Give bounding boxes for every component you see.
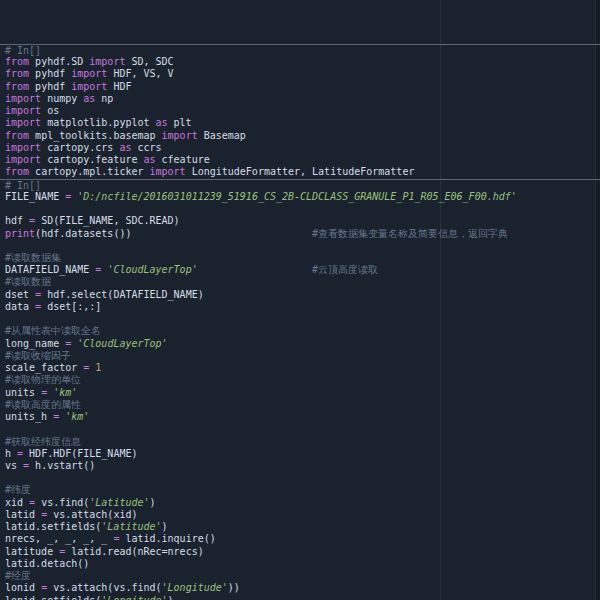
- code-token: units: [5, 387, 41, 398]
- code-token: import: [5, 105, 41, 116]
- code-line: [0, 423, 600, 435]
- code-token: )): [228, 582, 240, 593]
- code-token: from: [5, 81, 29, 92]
- code-line: FILE_NAME = 'D:/ncfile/2016031011239_519…: [0, 191, 600, 203]
- code-token: cartopy.feature: [41, 154, 143, 165]
- code-token: #读取高度的属性: [5, 399, 81, 410]
- code-token: #读取收缩因子: [5, 350, 71, 361]
- code-token: import: [5, 93, 41, 104]
- code-token: vs.attach(vs.find(: [47, 582, 161, 593]
- code-line: scale_factor = 1: [0, 362, 600, 374]
- code-token: # In[]: [5, 45, 41, 56]
- code-token: SD(FILE_NAME, SDC.READ): [35, 215, 180, 226]
- code-token: data: [5, 301, 35, 312]
- code-line: units_h = 'km': [0, 411, 600, 423]
- code-line: latid = vs.attach(xid): [0, 509, 600, 521]
- code-token: latid.read(nRec=nrecs): [65, 546, 203, 557]
- code-line: #读取数据: [0, 276, 600, 288]
- code-token: #经度: [5, 570, 31, 581]
- code-line: latitude = latid.read(nRec=nrecs): [0, 546, 600, 558]
- code-area: # In[]from pyhdf.SD import SD, SDCfrom p…: [0, 44, 600, 600]
- code-token: import: [71, 68, 107, 79]
- code-line: DATAFIELD_NAME = 'CloudLayerTop' #云顶高度读取: [0, 264, 600, 276]
- code-token: #云顶高度读取: [312, 264, 378, 275]
- code-token: latid.inquire(): [119, 533, 215, 544]
- code-line: import cartopy.feature as cfeature: [0, 154, 600, 166]
- code-token: latid: [5, 509, 41, 520]
- code-line: from pyhdf import HDF: [0, 81, 600, 93]
- code-token: #从属性表中读取全名: [5, 325, 101, 336]
- code-line: long_name = 'CloudLayerTop': [0, 338, 600, 350]
- code-token: ccrs: [131, 142, 161, 153]
- code-line: #从属性表中读取全名: [0, 325, 600, 337]
- code-token: 'Latitude': [89, 497, 149, 508]
- code-token: 'km': [65, 411, 89, 422]
- code-token: pyhdf.SD: [29, 56, 89, 67]
- code-line: [0, 313, 600, 325]
- code-token: from: [5, 166, 29, 177]
- code-token: 'Latitude': [101, 521, 161, 532]
- code-token: lonid.setfields(: [5, 595, 101, 600]
- code-line: #读取收缩因子: [0, 350, 600, 362]
- code-token: pyhdf: [29, 81, 71, 92]
- code-line: #读取数据集: [0, 252, 600, 264]
- code-line: #读取物理的单位: [0, 374, 600, 386]
- code-line: #纬度: [0, 484, 600, 496]
- code-line: latid.detach(): [0, 558, 600, 570]
- code-line: from cartopy.mpl.ticker import Longitude…: [0, 166, 600, 178]
- code-token: hdf.select(DATAFIELD_NAME): [41, 289, 204, 300]
- code-token: 'km': [53, 387, 77, 398]
- code-token: np: [95, 93, 113, 104]
- code-token: lonid: [5, 582, 41, 593]
- code-token: 'CloudLayerTop': [77, 338, 167, 349]
- code-token: #读取物理的单位: [5, 374, 81, 385]
- code-line: from pyhdf import HDF, VS, V: [0, 68, 600, 80]
- code-token: from: [5, 56, 29, 67]
- code-token: cartopy.mpl.ticker: [29, 166, 149, 177]
- code-token: vs: [5, 460, 23, 471]
- code-token: pyhdf: [29, 68, 71, 79]
- code-line: #经度: [0, 570, 600, 582]
- code-line: hdf = SD(FILE_NAME, SDC.READ): [0, 215, 600, 227]
- code-line: import os: [0, 105, 600, 117]
- code-token: 'D:/ncfile/2016031011239_51916_CS_2B-CLD…: [77, 191, 517, 202]
- code-line: lonid.setfields('Longitude'): [0, 595, 600, 600]
- code-token: LongitudeFormatter, LatitudeFormatter: [186, 166, 415, 177]
- code-token: vs.find(: [35, 497, 89, 508]
- code-token: ): [162, 521, 168, 532]
- code-token: import: [5, 154, 41, 165]
- code-token: import: [150, 166, 186, 177]
- code-line: #获取经纬度信息: [0, 436, 600, 448]
- code-token: import: [5, 142, 41, 153]
- code-line: import matplotlib.pyplot as plt: [0, 117, 600, 129]
- code-token: h: [5, 448, 17, 459]
- code-line: [0, 472, 600, 484]
- code-line: print(hdf.datasets()) #查看数据集变量名称及简要信息，返回…: [0, 228, 600, 240]
- code-token: latid.setfields(: [5, 521, 101, 532]
- code-token: import: [5, 117, 41, 128]
- code-token: FILE_NAME: [5, 191, 65, 202]
- code-editor[interactable]: # In[]from pyhdf.SD import SD, SDCfrom p…: [0, 0, 600, 600]
- code-token: # In[]: [5, 180, 41, 191]
- code-line: #读取高度的属性: [0, 399, 600, 411]
- code-token: plt: [168, 117, 192, 128]
- code-token: dset[:,:]: [41, 301, 101, 312]
- code-token: as: [119, 142, 131, 153]
- code-token: h.vstart(): [29, 460, 95, 471]
- code-token: long_name: [5, 338, 65, 349]
- code-token: 'Longitude': [101, 595, 167, 600]
- code-token: as: [83, 93, 95, 104]
- code-token: mpl_toolkits.basemap: [29, 130, 161, 141]
- code-line: from pyhdf.SD import SD, SDC: [0, 56, 600, 68]
- code-token: 1: [95, 362, 101, 373]
- code-token: import: [71, 81, 107, 92]
- code-token: #获取经纬度信息: [5, 436, 81, 447]
- code-token: dset: [5, 289, 35, 300]
- code-token: HDF, VS, V: [107, 68, 173, 79]
- code-token: HDF.HDF(FILE_NAME): [23, 448, 137, 459]
- code-token: hdf: [5, 215, 29, 226]
- code-line: h = HDF.HDF(FILE_NAME): [0, 448, 600, 460]
- code-token: #查看数据集变量名称及简要信息，返回字典: [312, 228, 508, 239]
- code-line: [0, 203, 600, 215]
- code-token: ): [150, 497, 156, 508]
